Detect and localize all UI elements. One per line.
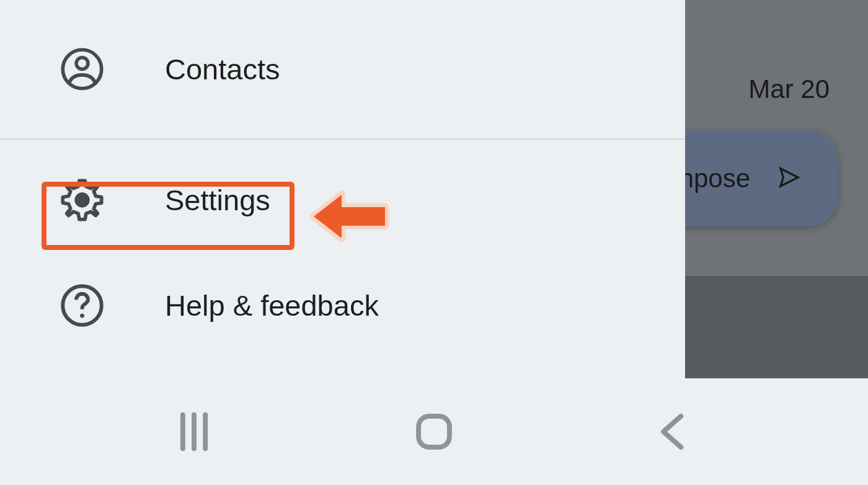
home-icon	[413, 411, 455, 453]
svg-rect-8	[418, 416, 450, 447]
nav-home-button[interactable]	[413, 411, 455, 453]
sidebar-item-label: Help & feedback	[165, 288, 379, 323]
android-navbar	[0, 378, 868, 485]
gear-icon	[59, 177, 105, 223]
recents-icon	[173, 411, 215, 453]
person-icon	[59, 46, 105, 92]
sidebar-item-contacts[interactable]: Contacts	[0, 0, 685, 140]
sidebar-item-settings[interactable]: Settings	[0, 140, 685, 248]
sidebar-item-label: Settings	[165, 183, 270, 217]
svg-point-4	[80, 314, 84, 318]
compose-send-icon	[777, 166, 801, 192]
background-overlay: Mar 20 mpose	[685, 0, 868, 378]
help-icon	[59, 282, 105, 329]
date-label: Mar 20	[748, 74, 830, 104]
compose-button-partial[interactable]: mpose	[665, 130, 838, 226]
sidebar-item-label: Contacts	[165, 52, 280, 86]
svg-point-2	[76, 194, 88, 206]
sidebar-menu: Contacts Settings Help & feedback	[0, 0, 685, 378]
nav-back-button[interactable]	[653, 411, 695, 453]
back-icon	[653, 411, 695, 453]
background-dark-panel	[685, 276, 868, 378]
nav-recents-button[interactable]	[173, 411, 215, 453]
sidebar-item-help-feedback[interactable]: Help & feedback	[0, 248, 685, 357]
svg-point-1	[76, 58, 88, 69]
